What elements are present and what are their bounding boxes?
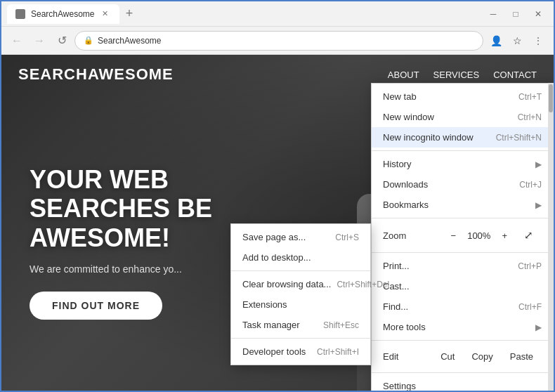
cta-button[interactable]: FIND OUT MORE — [30, 292, 162, 320]
account-button[interactable]: 👤 — [486, 31, 506, 51]
submenu-extensions[interactable]: Extensions — [231, 294, 370, 315]
menu-scrollbar[interactable] — [548, 83, 554, 391]
menu-more-tools[interactable]: More tools ▶ — [372, 317, 553, 337]
menu-sep-4 — [372, 340, 553, 341]
browser-window: SearchAwesome ✕ + ─ □ ✕ ← → ↺ 🔒 SearchAw… — [0, 0, 555, 392]
zoom-plus-button[interactable]: + — [493, 228, 516, 244]
menu-new-window[interactable]: New window Ctrl+N — [372, 107, 553, 127]
forward-button[interactable]: → — [30, 31, 49, 51]
webpage-content: SEARCHAWESOME ABOUT SERVICES CONTACT YOU… — [1, 55, 554, 391]
site-logo: SEARCHAWESOME — [18, 65, 174, 84]
submenu-separator-2 — [231, 338, 370, 339]
more-tools-submenu: Save page as... Ctrl+S Add to desktop...… — [230, 223, 371, 365]
minimize-button[interactable]: ─ — [483, 6, 503, 22]
maximize-button[interactable]: □ — [506, 6, 525, 22]
main-context-menu: New tab Ctrl+T New window Ctrl+N New inc… — [371, 83, 554, 391]
menu-sep-2 — [372, 218, 553, 218]
menu-print[interactable]: Print... Ctrl+P — [372, 256, 553, 276]
nav-about[interactable]: ABOUT — [388, 70, 419, 80]
title-bar: SearchAwesome ✕ + ─ □ ✕ — [1, 1, 554, 27]
nav-contact[interactable]: CONTACT — [493, 70, 537, 80]
menu-bookmarks[interactable]: Bookmarks ▶ — [372, 195, 553, 215]
nav-services[interactable]: SERVICES — [433, 70, 480, 80]
tab-favicon — [15, 9, 25, 19]
menu-sep-1 — [372, 150, 553, 151]
url-text: SearchAwesome — [98, 36, 474, 46]
menu-new-tab[interactable]: New tab Ctrl+T — [372, 86, 553, 107]
menu-edit-row: Edit Cut Copy Paste — [372, 344, 553, 370]
tab-label: SearchAwesome — [31, 9, 95, 19]
browser-tab[interactable]: SearchAwesome ✕ — [7, 4, 119, 24]
submenu-add-to-desktop[interactable]: Add to desktop... — [231, 247, 370, 268]
submenu-task-manager[interactable]: Task manager Shift+Esc — [231, 315, 370, 335]
security-icon: 🔒 — [84, 36, 93, 45]
context-menu-wrapper: Save page as... Ctrl+S Add to desktop...… — [371, 83, 554, 391]
menu-zoom-row: Zoom − 100% + ⤢ — [372, 221, 553, 249]
refresh-button[interactable]: ↺ — [52, 31, 72, 51]
bookmark-button[interactable]: ☆ — [507, 31, 527, 51]
submenu-developer-tools[interactable]: Developer tools Ctrl+Shift+I — [231, 341, 370, 362]
menu-button[interactable]: ⋮ — [528, 31, 548, 51]
new-tab-button[interactable]: + — [119, 4, 139, 24]
submenu-clear-browsing[interactable]: Clear browsing data... Ctrl+Shift+Del — [231, 274, 370, 294]
address-bar[interactable]: 🔒 SearchAwesome — [74, 31, 483, 51]
menu-downloads[interactable]: Downloads Ctrl+J — [372, 174, 553, 195]
zoom-value: 100% — [464, 230, 493, 241]
tab-close-button[interactable]: ✕ — [100, 9, 110, 19]
menu-cast[interactable]: Cast... — [372, 276, 553, 296]
edit-copy-button[interactable]: Copy — [463, 348, 501, 365]
zoom-minus-button[interactable]: − — [443, 228, 465, 244]
window-controls: ─ □ ✕ — [483, 6, 548, 22]
site-nav-links: ABOUT SERVICES CONTACT — [388, 70, 537, 80]
back-button[interactable]: ← — [7, 31, 27, 51]
nav-right-icons: 👤 ☆ ⋮ — [486, 31, 548, 51]
hero-subtitle: We are committed to enhance yo... — [30, 263, 182, 275]
menu-settings[interactable]: Settings — [372, 376, 553, 391]
close-button[interactable]: ✕ — [528, 6, 548, 22]
edit-cut-button[interactable]: Cut — [432, 348, 463, 365]
menu-find[interactable]: Find... Ctrl+F — [372, 296, 553, 317]
menu-sep-5 — [372, 372, 553, 373]
menu-history[interactable]: History ▶ — [372, 154, 553, 174]
submenu-save-page[interactable]: Save page as... Ctrl+S — [231, 227, 370, 247]
submenu-separator-1 — [231, 270, 370, 271]
menu-new-incognito[interactable]: New incognito window Ctrl+Shift+N — [372, 127, 553, 148]
scrollbar-thumb[interactable] — [549, 84, 553, 112]
menu-sep-3 — [372, 252, 553, 253]
edit-paste-button[interactable]: Paste — [502, 348, 542, 365]
navigation-bar: ← → ↺ 🔒 SearchAwesome 👤 ☆ ⋮ — [1, 27, 554, 55]
zoom-fullscreen-button[interactable]: ⤢ — [516, 226, 542, 244]
